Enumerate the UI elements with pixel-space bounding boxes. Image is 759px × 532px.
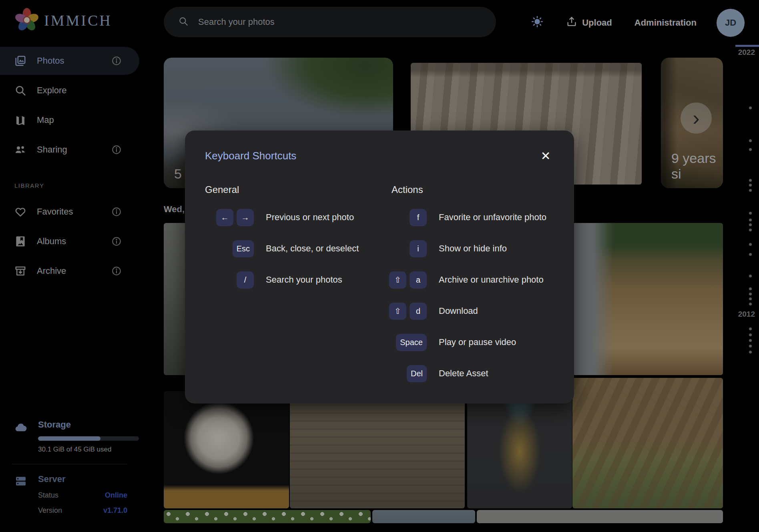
key-cap: ⇧ [389,303,406,320]
shortcut-description: Show or hide info [439,243,507,254]
key-cap: a [410,271,427,289]
keyboard-shortcuts-modal: Keyboard Shortcuts ✕ General←→Previous o… [185,130,574,404]
shortcut-description: Play or pause video [439,337,516,347]
shortcut-description: Search your photos [266,275,342,285]
modal-title: Keyboard Shortcuts [205,150,296,162]
shortcut-column-general: General←→Previous or next photoEscBack, … [205,184,377,295]
key-cap: Space [396,334,427,351]
close-icon[interactable]: ✕ [535,145,556,167]
shortcut-row: iShow or hide info [392,233,568,264]
shortcut-description: Delete Asset [439,368,488,379]
key-cap: f [410,209,427,226]
shortcut-row: EscBack, close, or deselect [205,233,377,264]
shortcut-column-actions: ActionsfFavorite or unfavorite photoiSho… [392,184,568,389]
key-cap: Del [407,365,427,382]
shortcut-description: Back, close, or deselect [266,243,359,254]
shortcut-row: SpacePlay or pause video [392,327,568,358]
key-cap: ← [216,209,233,226]
immich-app: IMMICH [0,0,759,532]
key-cap: → [237,209,254,226]
shortcut-description: Favorite or unfavorite photo [439,212,546,223]
shortcut-row: DelDelete Asset [392,358,568,389]
shortcut-description: Download [439,306,478,316]
shortcut-column-heading: Actions [392,184,568,195]
key-cap: ⇧ [389,271,406,289]
key-cap: / [237,271,254,289]
shortcut-description: Archive or unarchive photo [439,275,544,285]
shortcut-column-heading: General [205,184,377,195]
shortcut-row: ←→Previous or next photo [205,202,377,233]
key-cap: i [410,240,427,257]
shortcut-description: Previous or next photo [266,212,354,223]
key-cap: Esc [233,240,254,257]
shortcut-row: ⇧dDownload [392,295,568,327]
shortcut-row: ⇧aArchive or unarchive photo [392,264,568,295]
shortcut-row: /Search your photos [205,264,377,295]
key-cap: d [410,303,427,320]
shortcut-row: fFavorite or unfavorite photo [392,202,568,233]
